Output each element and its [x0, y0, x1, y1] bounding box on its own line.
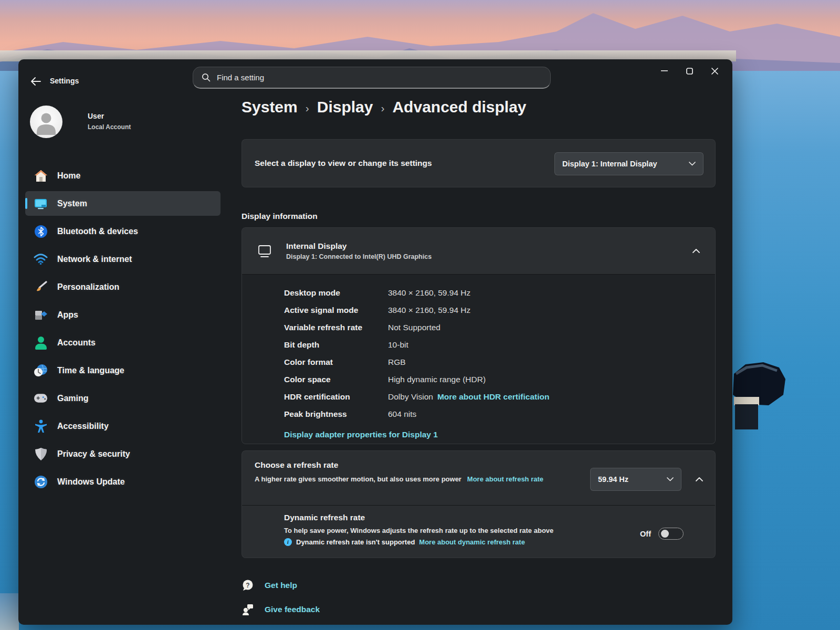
- display-selector-label: Select a display to view or change its s…: [255, 159, 432, 168]
- detail-value: 10-bit: [388, 340, 408, 350]
- detail-label: Bit depth: [284, 340, 388, 350]
- update-icon: [34, 475, 48, 489]
- divider: [242, 505, 715, 506]
- dynamic-refresh-rate-toggle[interactable]: Off: [640, 528, 684, 540]
- chevron-up-icon: [692, 249, 700, 253]
- breadcrumb-separator: ›: [381, 102, 384, 114]
- home-icon: [34, 169, 48, 183]
- dynamic-refresh-rate-title: Dynamic refresh rate: [284, 513, 553, 522]
- gamepad-icon: [34, 391, 48, 405]
- sidebar-item-label: Bluetooth & devices: [57, 227, 138, 236]
- wifi-icon: [34, 252, 48, 266]
- back-button[interactable]: [26, 73, 46, 90]
- user-name: User: [88, 112, 104, 120]
- sidebar-item-accounts[interactable]: Accounts: [25, 330, 220, 355]
- sidebar-item-bluetooth-devices[interactable]: Bluetooth & devices: [25, 219, 220, 244]
- sidebar-item-label: Home: [57, 171, 80, 181]
- breadcrumb-separator: ›: [306, 102, 309, 114]
- detail-value: High dynamic range (HDR): [388, 375, 486, 384]
- detail-row: Color format RGB: [284, 353, 715, 371]
- sidebar-item-accessibility[interactable]: Accessibility: [25, 414, 220, 438]
- toggle-switch[interactable]: [658, 528, 684, 540]
- maximize-button[interactable]: [677, 61, 702, 80]
- sidebar-item-label: Apps: [57, 310, 78, 320]
- svg-text:?: ?: [246, 582, 249, 589]
- detail-label: Color format: [284, 358, 388, 367]
- toggle-knob: [661, 530, 669, 538]
- refresh-rate-title: Choose a refresh rate: [255, 460, 338, 470]
- internal-display-title: Internal Display: [286, 242, 432, 251]
- sidebar-nav: Home System Bluetooth & devices: [25, 163, 220, 497]
- sidebar-item-personalization[interactable]: Personalization: [25, 275, 220, 299]
- detail-row: Desktop mode 3840 × 2160, 59.94 Hz: [284, 284, 715, 301]
- sidebar-item-label: Gaming: [57, 394, 89, 403]
- sidebar-item-label: Windows Update: [57, 477, 125, 487]
- window-controls: [652, 61, 727, 80]
- give-feedback-link[interactable]: Give feedback: [242, 603, 320, 616]
- more-about-dynamic-refresh-rate-link[interactable]: More about dynamic refresh rate: [419, 538, 525, 546]
- detail-row: Variable refresh rate Not Supported: [284, 319, 715, 336]
- internal-display-header[interactable]: Internal Display Display 1: Connected to…: [242, 228, 715, 274]
- sidebar-item-gaming[interactable]: Gaming: [25, 386, 220, 411]
- refresh-rate-dropdown[interactable]: 59.94 Hz: [590, 468, 681, 491]
- detail-label: Peak brightness: [284, 410, 388, 419]
- breadcrumb: System › Display › Advanced display: [242, 98, 527, 116]
- detail-row: Color space High dynamic range (HDR): [284, 371, 715, 388]
- get-help-link[interactable]: ? Get help: [242, 579, 297, 592]
- display-information-heading: Display information: [242, 212, 318, 221]
- sidebar-item-label: Accessibility: [57, 422, 109, 431]
- back-arrow-icon: [30, 77, 41, 86]
- display-information-card: Internal Display Display 1: Connected to…: [242, 227, 716, 444]
- internal-display-subtitle: Display 1: Connected to Intel(R) UHD Gra…: [286, 253, 432, 260]
- detail-row: Active signal mode 3840 × 2160, 59.94 Hz: [284, 301, 715, 319]
- refresh-rate-value: 59.94 Hz: [598, 475, 628, 484]
- refresh-rate-description-text: A higher rate gives smoother motion, but…: [255, 475, 461, 483]
- sidebar-item-system[interactable]: System: [25, 191, 220, 216]
- sidebar-item-network-internet[interactable]: Network & internet: [25, 247, 220, 271]
- more-about-refresh-rate-link[interactable]: More about refresh rate: [467, 475, 543, 483]
- info-icon: i: [284, 538, 292, 546]
- maximize-icon: [686, 68, 693, 75]
- detail-value: Not Supported: [388, 323, 440, 332]
- search-icon: [202, 73, 211, 82]
- detail-row-hdr-certification: HDR certification Dolby Vision More abou…: [284, 388, 715, 405]
- refresh-rate-collapse-button[interactable]: [691, 471, 708, 488]
- sidebar-item-home[interactable]: Home: [25, 163, 220, 188]
- detail-row: Peak brightness 604 nits: [284, 405, 715, 423]
- display-selector-dropdown[interactable]: Display 1: Internal Display: [554, 152, 704, 175]
- sidebar-item-label: Time & language: [57, 366, 124, 375]
- sidebar-item-windows-update[interactable]: Windows Update: [25, 469, 220, 494]
- breadcrumb-display[interactable]: Display: [317, 98, 373, 116]
- close-button[interactable]: [702, 61, 727, 80]
- bluetooth-icon: [34, 224, 48, 238]
- sidebar-item-privacy-security[interactable]: Privacy & security: [25, 442, 220, 466]
- minimize-icon: [661, 70, 668, 71]
- dynamic-refresh-rate-status-row: i Dynamic refresh rate isn't supported M…: [284, 538, 553, 546]
- user-account-block[interactable]: User Local Account: [30, 106, 203, 142]
- collapse-button[interactable]: [688, 243, 705, 259]
- avatar: [30, 106, 62, 138]
- detail-label: HDR certification: [284, 392, 388, 402]
- app-title: Settings: [50, 77, 79, 85]
- display-selector-card: Select a display to view or change its s…: [242, 139, 716, 187]
- refresh-rate-description: A higher rate gives smoother motion, but…: [255, 474, 562, 484]
- wallpaper-bottom-left: [0, 593, 19, 630]
- search-input[interactable]: Find a setting: [193, 67, 551, 89]
- detail-value: 3840 × 2160, 59.94 Hz: [388, 306, 470, 315]
- settings-window: Settings Find a setting User Local: [18, 59, 732, 625]
- get-help-label: Get help: [265, 581, 297, 590]
- dynamic-refresh-rate-section: Dynamic refresh rate To help save power,…: [284, 513, 553, 546]
- hdr-certification-link[interactable]: More about HDR certification: [437, 392, 550, 402]
- avatar-person-icon: [30, 106, 62, 138]
- detail-label: Desktop mode: [284, 288, 388, 298]
- detail-value: RGB: [388, 358, 406, 367]
- display-adapter-properties-link[interactable]: Display adapter properties for Display 1: [284, 430, 715, 439]
- sidebar-item-time-language[interactable]: Time & language: [25, 358, 220, 383]
- minimize-button[interactable]: [652, 61, 677, 80]
- sidebar-item-apps[interactable]: Apps: [25, 302, 220, 327]
- detail-value: 3840 × 2160, 59.94 Hz: [388, 288, 470, 298]
- breadcrumb-system[interactable]: System: [242, 98, 298, 116]
- give-feedback-label: Give feedback: [265, 605, 320, 614]
- dynamic-refresh-rate-status: Dynamic refresh rate isn't supported: [296, 538, 415, 546]
- display-selector-value: Display 1: Internal Display: [562, 160, 657, 168]
